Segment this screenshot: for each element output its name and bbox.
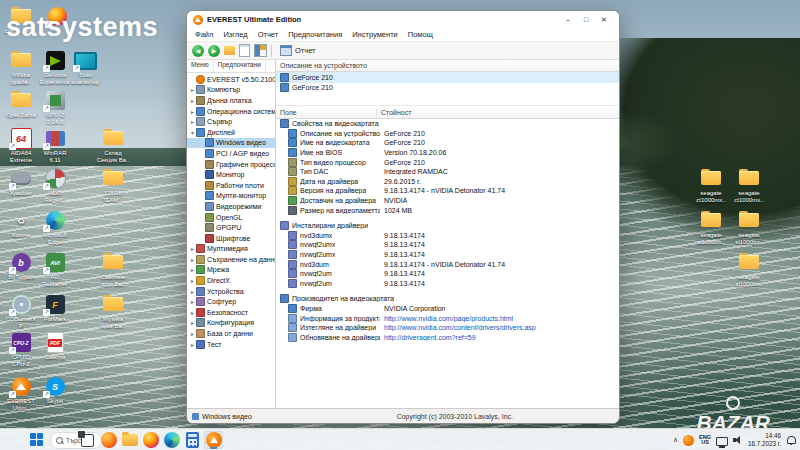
firefox-button[interactable] xyxy=(141,431,160,449)
menu-item-2[interactable]: Отчет xyxy=(254,30,283,39)
tree-item[interactable]: ▸Софтуер xyxy=(187,296,275,307)
property-row[interactable]: ФирмаNVIDIA Corporation xyxy=(276,304,619,314)
device-row[interactable]: GeForce 210 xyxy=(276,83,619,94)
expander-icon[interactable]: ▸ xyxy=(189,266,196,273)
modules-icon[interactable] xyxy=(254,44,267,57)
folder-up-icon[interactable] xyxy=(224,46,235,55)
desktop-icon-xpadder[interactable]: Xpadder xyxy=(4,168,38,197)
property-row[interactable]: Обновяване на драйвериhttp://driveragent… xyxy=(276,332,619,342)
tree-item[interactable]: ▸DirectX xyxy=(187,275,275,286)
property-row[interactable]: Доставчик на драйвераNVIDIA xyxy=(276,196,619,206)
volume-icon[interactable] xyxy=(733,435,743,445)
expander-icon[interactable]: ▸ xyxy=(189,341,196,348)
network-icon[interactable] xyxy=(716,437,728,446)
tree-item[interactable]: GPGPU xyxy=(187,222,275,233)
tree-item[interactable]: Шрифтове xyxy=(187,233,275,244)
tree-item[interactable]: ▸Съхранение на данни xyxy=(187,254,275,265)
desktop-icon-folder[interactable]: 128GB TEAM .. xyxy=(96,168,130,204)
property-row[interactable]: Изтегляне на драйвериhttp://www.nvidia.c… xyxy=(276,323,619,333)
menu-item-5[interactable]: Помощ xyxy=(404,30,437,39)
tree-item[interactable]: PCI / AGP видео xyxy=(187,148,275,159)
tree-item[interactable]: ▸База от данни xyxy=(187,328,275,339)
menu-item-1[interactable]: Изглед xyxy=(219,30,251,39)
tree-item[interactable]: Работни плоти xyxy=(187,180,275,191)
desktop-icon-everest[interactable]: EVEREST Ultim.. xyxy=(4,376,38,412)
tree-item[interactable]: Графичен процесор xyxy=(187,159,275,170)
tree-item[interactable]: ▸Тест xyxy=(187,339,275,350)
expander-icon[interactable]: ▸ xyxy=(189,277,196,284)
language-indicator[interactable]: ENG US xyxy=(699,435,711,446)
tree-item[interactable]: ▸Дънна платка xyxy=(187,95,275,106)
tree-item[interactable]: Мулти-монитор xyxy=(187,191,275,202)
start-button[interactable] xyxy=(30,433,44,447)
close-button[interactable]: ✕ xyxy=(595,13,613,26)
expander-icon[interactable]: ▾ xyxy=(189,129,196,136)
tree-item[interactable]: EVEREST v5.50.2100 xyxy=(187,74,275,85)
edge-button[interactable] xyxy=(162,431,181,449)
tree-item[interactable]: ▾Дисплей xyxy=(187,127,275,138)
property-row[interactable]: Описание на устройствотоGeForce 210 xyxy=(276,129,619,139)
desktop-icon-folder[interactable]: Склад Секция Ва.. xyxy=(96,128,130,164)
tree-item[interactable]: Монитор xyxy=(187,169,275,180)
value-link[interactable]: http://driveragent.com?ref=59 xyxy=(380,334,476,341)
property-row[interactable]: Тип видео процесорGeForce 210 xyxy=(276,157,619,167)
tree-tab-0[interactable]: Меню xyxy=(187,60,214,72)
report-button[interactable]: Отчет xyxy=(276,44,320,57)
desktop-icon-edge[interactable]: Microsoft Edge xyxy=(38,210,72,246)
everest-button[interactable] xyxy=(204,431,223,449)
field-column-header[interactable]: Поле xyxy=(276,109,377,116)
desktop-icon-furmark[interactable]: FFurMark xyxy=(38,294,72,323)
tree-item[interactable]: ▸Операционна система xyxy=(187,106,275,117)
property-row[interactable]: nvwgf2um9.18.13.4174 xyxy=(276,269,619,279)
back-button[interactable]: ◀ xyxy=(192,45,204,57)
tray-overflow-chevron-icon[interactable]: ∧ xyxy=(673,436,678,444)
tree-item[interactable]: ▸Мултимедия xyxy=(187,244,275,255)
desktop-icon-folder[interactable]: seagate st1000lm.. xyxy=(732,210,766,246)
property-row[interactable]: nvd3dumx9.18.13.4174 xyxy=(276,231,619,241)
tree-item[interactable]: ▸Устройства xyxy=(187,286,275,297)
desktop-icon-folder[interactable]: seagate ct1000mx.. xyxy=(732,168,766,204)
desktop-icon-skype[interactable]: SSkype xyxy=(38,376,72,405)
property-row[interactable]: nvwgf2umx9.18.13.4174 xyxy=(276,250,619,260)
property-row[interactable]: Версия на драйвера9.18.13.4174 - nVIDIA … xyxy=(276,186,619,196)
expander-icon[interactable]: ▸ xyxy=(189,245,196,252)
expander-icon[interactable]: ▸ xyxy=(189,319,196,326)
desktop-icon-aida64[interactable]: 64AIDA64 Extreme xyxy=(4,128,38,164)
tree-item[interactable]: ▸Мрежа xyxy=(187,265,275,276)
expander-icon[interactable]: ▸ xyxy=(189,97,196,104)
property-row[interactable]: Дата на драйвера29.6.2015 г. xyxy=(276,177,619,187)
property-row[interactable]: Размер на видеопаметта1024 MB xyxy=(276,205,619,215)
desktop-icon-pdf[interactable]: PDFСметка xyxy=(38,332,72,361)
file-explorer-button[interactable] xyxy=(120,431,139,449)
desktop-icon-avirenamer[interactable]: AVIAVI ReNamer xyxy=(38,252,72,288)
value-link[interactable]: http://www.nvidia.com/content/drivers/dr… xyxy=(380,324,536,331)
everest-tray-icon[interactable] xyxy=(683,435,694,446)
value-link[interactable]: http://www.nvidia.com/page/products.html xyxy=(380,315,513,322)
desktop-icon-monitor[interactable]: Този компютър xyxy=(68,50,102,86)
tree-item[interactable]: OpenGL xyxy=(187,212,275,223)
property-row[interactable]: Информация за продуктаhttp://www.nvidia.… xyxy=(276,313,619,323)
expander-icon[interactable]: ▸ xyxy=(189,108,196,115)
desktop-icon-folder[interactable]: seagate st1000lm.. xyxy=(732,252,766,288)
menu-item-3[interactable]: Предпочитания xyxy=(284,30,346,39)
desktop-icon-folder[interactable]: Opel Zafira .. xyxy=(4,90,38,126)
tree-item[interactable]: Windows видео xyxy=(187,138,275,149)
group-header-row[interactable]: Инсталирани драйвери xyxy=(276,221,619,231)
group-header-row[interactable]: Свойства на видеокартата xyxy=(276,119,619,129)
notifications-bell-icon[interactable] xyxy=(787,436,796,444)
desktop-icon-recycle[interactable]: ♻Кошче xyxy=(4,210,38,239)
tree-item[interactable]: ▸Конфигурация xyxy=(187,318,275,329)
tree-item[interactable]: ▸Компютър xyxy=(187,85,275,96)
property-row[interactable]: nvd3dum9.18.13.4174 - nVIDIA Detonator 4… xyxy=(276,259,619,269)
property-row[interactable]: nvwgf2umx9.18.13.4174 xyxy=(276,240,619,250)
device-row[interactable]: GeForce 210 xyxy=(276,72,619,83)
tree-item[interactable]: ▸Безопасност xyxy=(187,307,275,318)
expander-icon[interactable]: ▸ xyxy=(189,298,196,305)
calculator-button[interactable] xyxy=(183,431,202,449)
desktop-icon-folder[interactable]: NVidia драйв.. xyxy=(4,50,38,86)
tree-tab-1[interactable]: Предпочитани xyxy=(214,60,266,72)
tree-item[interactable]: ▸Сървър xyxy=(187,116,275,127)
tree-item[interactable]: Видеорежими xyxy=(187,201,275,212)
desktop-icon-folder[interactable]: Музика прог Ва.. xyxy=(96,294,130,330)
desktop-icon-folder[interactable]: seagate st1000lm.. xyxy=(694,210,728,246)
